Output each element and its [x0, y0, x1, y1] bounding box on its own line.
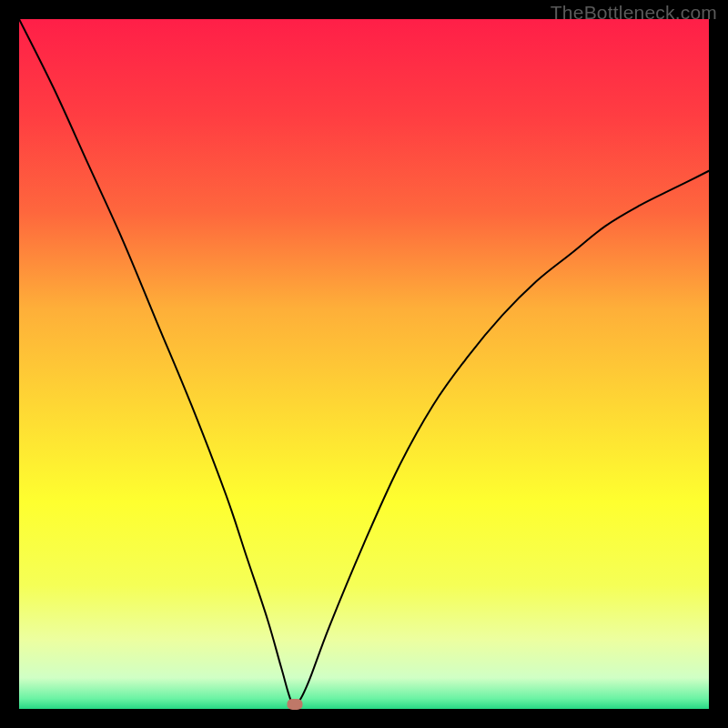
chart-frame: TheBottleneck.com	[0, 0, 728, 728]
plot-area	[19, 19, 709, 709]
bottleneck-curve	[19, 19, 709, 709]
watermark-text: TheBottleneck.com	[551, 2, 717, 24]
optimal-point-marker	[288, 699, 303, 710]
